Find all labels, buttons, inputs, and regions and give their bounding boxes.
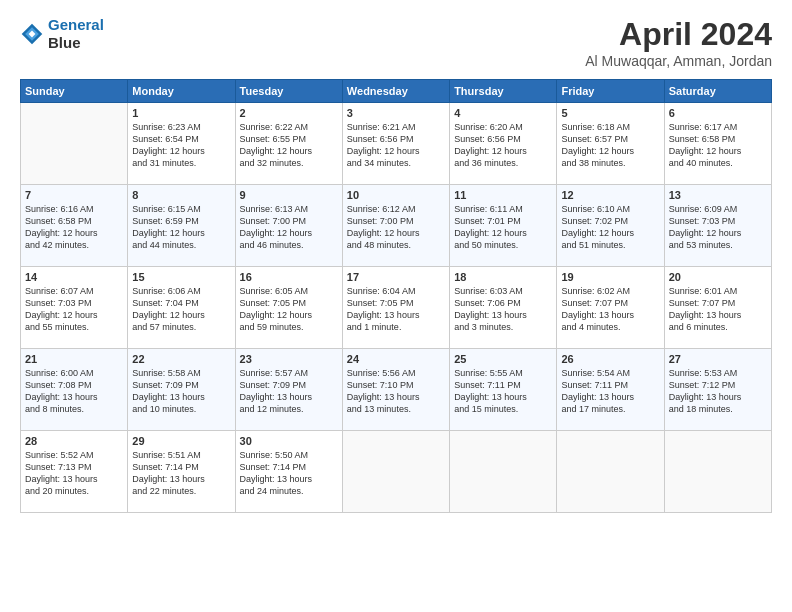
day-number: 12 [561,189,659,201]
col-tuesday: Tuesday [235,80,342,103]
calendar-title: April 2024 [585,16,772,53]
day-info: Sunrise: 6:18 AM Sunset: 6:57 PM Dayligh… [561,121,659,170]
table-row: 17Sunrise: 6:04 AM Sunset: 7:05 PM Dayli… [342,267,449,349]
day-number: 28 [25,435,123,447]
table-row: 3Sunrise: 6:21 AM Sunset: 6:56 PM Daylig… [342,103,449,185]
table-row: 27Sunrise: 5:53 AM Sunset: 7:12 PM Dayli… [664,349,771,431]
day-number: 18 [454,271,552,283]
day-number: 16 [240,271,338,283]
calendar-week-row: 28Sunrise: 5:52 AM Sunset: 7:13 PM Dayli… [21,431,772,513]
day-info: Sunrise: 6:01 AM Sunset: 7:07 PM Dayligh… [669,285,767,334]
table-row [21,103,128,185]
day-info: Sunrise: 6:10 AM Sunset: 7:02 PM Dayligh… [561,203,659,252]
header: General Blue April 2024 Al Muwaqqar, Amm… [20,16,772,69]
day-number: 1 [132,107,230,119]
day-number: 6 [669,107,767,119]
day-number: 21 [25,353,123,365]
page: General Blue April 2024 Al Muwaqqar, Amm… [0,0,792,612]
day-info: Sunrise: 6:00 AM Sunset: 7:08 PM Dayligh… [25,367,123,416]
day-info: Sunrise: 6:16 AM Sunset: 6:58 PM Dayligh… [25,203,123,252]
day-info: Sunrise: 5:54 AM Sunset: 7:11 PM Dayligh… [561,367,659,416]
day-info: Sunrise: 5:52 AM Sunset: 7:13 PM Dayligh… [25,449,123,498]
day-number: 19 [561,271,659,283]
day-number: 26 [561,353,659,365]
table-row: 30Sunrise: 5:50 AM Sunset: 7:14 PM Dayli… [235,431,342,513]
day-number: 13 [669,189,767,201]
col-thursday: Thursday [450,80,557,103]
day-number: 27 [669,353,767,365]
day-number: 14 [25,271,123,283]
day-info: Sunrise: 6:15 AM Sunset: 6:59 PM Dayligh… [132,203,230,252]
col-monday: Monday [128,80,235,103]
table-row: 4Sunrise: 6:20 AM Sunset: 6:56 PM Daylig… [450,103,557,185]
day-info: Sunrise: 6:04 AM Sunset: 7:05 PM Dayligh… [347,285,445,334]
day-number: 23 [240,353,338,365]
table-row [342,431,449,513]
day-info: Sunrise: 6:17 AM Sunset: 6:58 PM Dayligh… [669,121,767,170]
col-sunday: Sunday [21,80,128,103]
day-number: 10 [347,189,445,201]
day-info: Sunrise: 6:13 AM Sunset: 7:00 PM Dayligh… [240,203,338,252]
day-info: Sunrise: 5:55 AM Sunset: 7:11 PM Dayligh… [454,367,552,416]
table-row: 5Sunrise: 6:18 AM Sunset: 6:57 PM Daylig… [557,103,664,185]
day-info: Sunrise: 6:22 AM Sunset: 6:55 PM Dayligh… [240,121,338,170]
day-info: Sunrise: 6:05 AM Sunset: 7:05 PM Dayligh… [240,285,338,334]
day-number: 30 [240,435,338,447]
day-info: Sunrise: 6:07 AM Sunset: 7:03 PM Dayligh… [25,285,123,334]
table-row [557,431,664,513]
day-info: Sunrise: 5:53 AM Sunset: 7:12 PM Dayligh… [669,367,767,416]
calendar-week-row: 7Sunrise: 6:16 AM Sunset: 6:58 PM Daylig… [21,185,772,267]
day-number: 25 [454,353,552,365]
table-row: 10Sunrise: 6:12 AM Sunset: 7:00 PM Dayli… [342,185,449,267]
day-number: 15 [132,271,230,283]
table-row [664,431,771,513]
day-number: 3 [347,107,445,119]
day-info: Sunrise: 6:11 AM Sunset: 7:01 PM Dayligh… [454,203,552,252]
day-info: Sunrise: 5:56 AM Sunset: 7:10 PM Dayligh… [347,367,445,416]
day-info: Sunrise: 6:23 AM Sunset: 6:54 PM Dayligh… [132,121,230,170]
calendar-header-row: Sunday Monday Tuesday Wednesday Thursday… [21,80,772,103]
table-row: 18Sunrise: 6:03 AM Sunset: 7:06 PM Dayli… [450,267,557,349]
table-row: 9Sunrise: 6:13 AM Sunset: 7:00 PM Daylig… [235,185,342,267]
table-row: 20Sunrise: 6:01 AM Sunset: 7:07 PM Dayli… [664,267,771,349]
table-row: 15Sunrise: 6:06 AM Sunset: 7:04 PM Dayli… [128,267,235,349]
day-number: 20 [669,271,767,283]
table-row: 22Sunrise: 5:58 AM Sunset: 7:09 PM Dayli… [128,349,235,431]
day-info: Sunrise: 5:57 AM Sunset: 7:09 PM Dayligh… [240,367,338,416]
calendar-week-row: 14Sunrise: 6:07 AM Sunset: 7:03 PM Dayli… [21,267,772,349]
table-row: 1Sunrise: 6:23 AM Sunset: 6:54 PM Daylig… [128,103,235,185]
calendar-table: Sunday Monday Tuesday Wednesday Thursday… [20,79,772,513]
day-info: Sunrise: 6:21 AM Sunset: 6:56 PM Dayligh… [347,121,445,170]
day-number: 9 [240,189,338,201]
day-info: Sunrise: 6:03 AM Sunset: 7:06 PM Dayligh… [454,285,552,334]
day-info: Sunrise: 6:20 AM Sunset: 6:56 PM Dayligh… [454,121,552,170]
table-row: 25Sunrise: 5:55 AM Sunset: 7:11 PM Dayli… [450,349,557,431]
table-row: 19Sunrise: 6:02 AM Sunset: 7:07 PM Dayli… [557,267,664,349]
table-row [450,431,557,513]
table-row: 16Sunrise: 6:05 AM Sunset: 7:05 PM Dayli… [235,267,342,349]
day-number: 24 [347,353,445,365]
col-saturday: Saturday [664,80,771,103]
day-info: Sunrise: 6:06 AM Sunset: 7:04 PM Dayligh… [132,285,230,334]
day-number: 11 [454,189,552,201]
day-number: 7 [25,189,123,201]
calendar-week-row: 1Sunrise: 6:23 AM Sunset: 6:54 PM Daylig… [21,103,772,185]
day-number: 4 [454,107,552,119]
logo-icon [20,22,44,46]
day-number: 2 [240,107,338,119]
table-row: 8Sunrise: 6:15 AM Sunset: 6:59 PM Daylig… [128,185,235,267]
table-row: 7Sunrise: 6:16 AM Sunset: 6:58 PM Daylig… [21,185,128,267]
table-row: 28Sunrise: 5:52 AM Sunset: 7:13 PM Dayli… [21,431,128,513]
calendar-week-row: 21Sunrise: 6:00 AM Sunset: 7:08 PM Dayli… [21,349,772,431]
table-row: 23Sunrise: 5:57 AM Sunset: 7:09 PM Dayli… [235,349,342,431]
logo: General Blue [20,16,104,52]
day-info: Sunrise: 5:58 AM Sunset: 7:09 PM Dayligh… [132,367,230,416]
table-row: 12Sunrise: 6:10 AM Sunset: 7:02 PM Dayli… [557,185,664,267]
table-row: 13Sunrise: 6:09 AM Sunset: 7:03 PM Dayli… [664,185,771,267]
day-number: 29 [132,435,230,447]
day-info: Sunrise: 6:09 AM Sunset: 7:03 PM Dayligh… [669,203,767,252]
day-number: 8 [132,189,230,201]
table-row: 2Sunrise: 6:22 AM Sunset: 6:55 PM Daylig… [235,103,342,185]
table-row: 6Sunrise: 6:17 AM Sunset: 6:58 PM Daylig… [664,103,771,185]
title-block: April 2024 Al Muwaqqar, Amman, Jordan [585,16,772,69]
